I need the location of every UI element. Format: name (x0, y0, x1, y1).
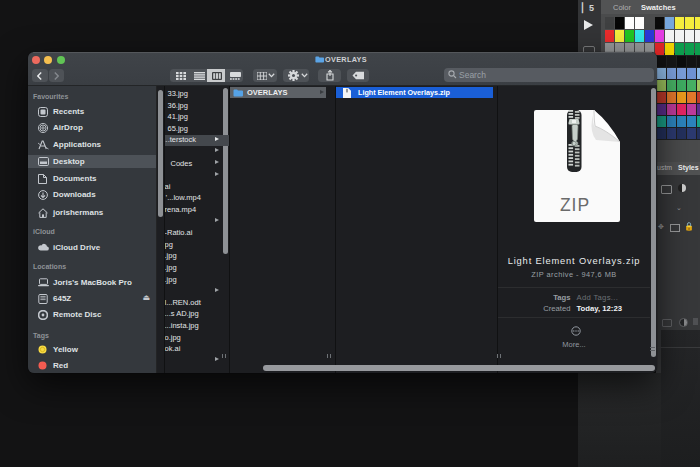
svg-text:ZIP: ZIP (560, 195, 590, 215)
